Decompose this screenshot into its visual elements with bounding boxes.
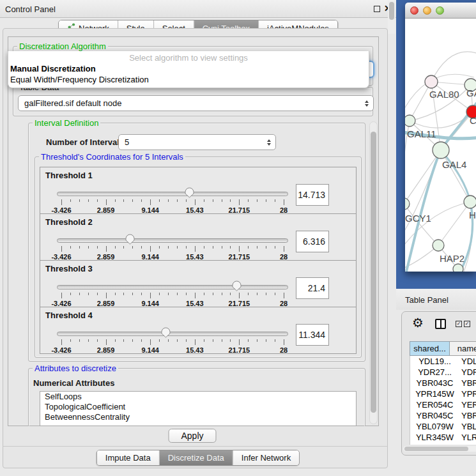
table-cell[interactable]: YIL052C: [410, 443, 459, 445]
checkbox-icon[interactable]: ✓: [464, 321, 470, 327]
node-label: H: [469, 210, 476, 220]
window-close-icon[interactable]: [410, 6, 418, 15]
window-minimize-icon[interactable]: [423, 6, 431, 15]
table-cell[interactable]: YBR0: [459, 378, 476, 388]
tab-infer-network[interactable]: Infer Network: [233, 450, 299, 465]
table-header-row: shared... name: [410, 341, 476, 356]
table-cell[interactable]: YBL0: [459, 421, 476, 432]
attribute-item-topologicalcoefficient[interactable]: TopologicalCoefficient: [40, 402, 356, 412]
node-table: shared... name YDL19...YDL1YDR27...YDR2Y…: [410, 341, 476, 445]
cytoscape-desktop: GAL80GACGAL11GAL4GCY1HHAP2: [396, 0, 476, 289]
network-window-titlebar[interactable]: [405, 3, 476, 19]
node-label: GCY1: [405, 213, 431, 224]
network-edge[interactable]: [441, 150, 470, 202]
network-edge[interactable]: [405, 150, 441, 204]
table-row[interactable]: YBR045CYBR0: [410, 410, 476, 421]
table-row[interactable]: YER054CYER0: [410, 399, 476, 410]
table-row[interactable]: YIL052CYIL0: [410, 443, 476, 445]
table-cell[interactable]: YLR345W: [410, 432, 459, 443]
table-horizontal-scrollbar[interactable]: [403, 446, 476, 452]
network-node-gcy1[interactable]: [405, 198, 410, 210]
select-columns-icons[interactable]: ✓ ✓: [456, 321, 470, 327]
tab-impute-data[interactable]: Impute Data: [97, 450, 159, 465]
table-row[interactable]: YDL19...YDL1: [410, 356, 476, 367]
table-cell[interactable]: YBR045C: [410, 410, 459, 421]
popup-option-equal-width-frequency-discretization[interactable]: Equal Width/Frequency Discretization: [8, 74, 369, 85]
bottom-tab-bar: Impute DataDiscretize DataInfer Network: [96, 450, 300, 466]
table-cell[interactable]: YDL1: [459, 356, 476, 367]
control-panel: Control Panel ✕ NetworkStyleSelectCyni T…: [0, 0, 396, 476]
numerical-attributes-list[interactable]: SelfLoopsTopologicalCoefficientBetweenne…: [40, 391, 357, 426]
table-row[interactable]: YPR145WYPR1: [410, 388, 476, 399]
network-node-gal4[interactable]: [433, 142, 449, 158]
node-label: HAP2: [440, 253, 464, 264]
tab-label: Discretize Data: [168, 453, 224, 463]
attribute-item-betweennesscentrality[interactable]: BetweennessCentrality: [40, 412, 356, 422]
table-row[interactable]: YDR27...YDR2: [410, 367, 476, 378]
table-cell[interactable]: YDR2: [459, 367, 476, 378]
table-cell[interactable]: YDL19...: [410, 356, 459, 367]
table-cell[interactable]: YBR0: [459, 410, 476, 421]
apply-button[interactable]: Apply: [168, 429, 216, 443]
table-cell[interactable]: YER054C: [410, 399, 459, 410]
popup-option-manual-discretization[interactable]: Manual Discretization: [8, 63, 369, 74]
table-cell[interactable]: YBR043C: [410, 378, 459, 388]
node-label: GAL80: [429, 89, 459, 100]
network-node[interactable]: [453, 264, 463, 272]
table-cell[interactable]: YLR3: [459, 432, 476, 443]
network-node-hap2[interactable]: [433, 240, 444, 251]
attribute-item-selfloops[interactable]: SelfLoops: [40, 392, 356, 402]
tab-discretize-data[interactable]: Discretize Data: [159, 450, 233, 465]
node-label: GAL11: [407, 128, 436, 139]
table-row[interactable]: YLR345WYLR3: [410, 432, 476, 443]
table-cell[interactable]: YPR145W: [410, 388, 459, 399]
table-cell[interactable]: YPR1: [459, 388, 476, 399]
table-panel-header: Table Panel: [396, 289, 476, 310]
table-cell[interactable]: YER0: [459, 399, 476, 410]
attributes-list-scrollbar[interactable]: [388, 1, 395, 34]
node-label: GAL4: [442, 159, 466, 170]
network-node-gal11[interactable]: [405, 115, 415, 127]
numerical-attributes-label: Numerical Attributes: [33, 378, 114, 388]
column-header-name[interactable]: name: [450, 341, 476, 356]
table-row[interactable]: YBL079WYBL0: [410, 421, 476, 432]
network-node-gal80[interactable]: [425, 75, 438, 88]
tab-label: Impute Data: [105, 453, 151, 463]
column-header-shared-name[interactable]: shared...: [410, 341, 450, 356]
table-panel-title: Table Panel: [405, 295, 449, 305]
window-zoom-icon[interactable]: [436, 6, 444, 15]
table-cell[interactable]: YDR27...: [410, 367, 459, 378]
scrollbar-thumb[interactable]: [404, 447, 468, 451]
table-cell[interactable]: YIL0: [459, 443, 476, 445]
scrollbar-thumb[interactable]: [389, 2, 394, 20]
table-body: YDL19...YDL1YDR27...YDR2YBR043CYBR0YPR14…: [410, 356, 476, 445]
columns-icon[interactable]: [435, 319, 446, 329]
panel-divider: [3, 446, 388, 447]
algorithm-dropdown-popup: Select algorithm to view settings Manual…: [8, 51, 369, 88]
algorithm-placeholder-option: Select algorithm to view settings: [8, 51, 369, 63]
table-row[interactable]: YBR043CYBR0: [410, 378, 476, 388]
tab-label: Infer Network: [242, 453, 291, 463]
attributes-group-title: Attributes to discretize: [33, 364, 118, 373]
table-cell[interactable]: YBL079W: [410, 421, 459, 432]
table-panel: ⚙ ✓ ✓ shared... name YDL19...YDL1YDR27..…: [401, 311, 476, 456]
node-label: GA: [466, 88, 476, 98]
network-graph: GAL80GACGAL11GAL4GCY1HHAP2: [405, 19, 476, 272]
network-canvas[interactable]: GAL80GACGAL11GAL4GCY1HHAP2: [405, 19, 476, 272]
gear-icon[interactable]: ⚙: [412, 316, 424, 329]
network-node-h[interactable]: [464, 196, 476, 208]
node-label: C: [470, 115, 476, 126]
checkbox-icon[interactable]: ✓: [456, 321, 462, 327]
network-view-window[interactable]: GAL80GACGAL11GAL4GCY1HHAP2: [405, 3, 476, 272]
network-edge[interactable]: [438, 202, 470, 245]
